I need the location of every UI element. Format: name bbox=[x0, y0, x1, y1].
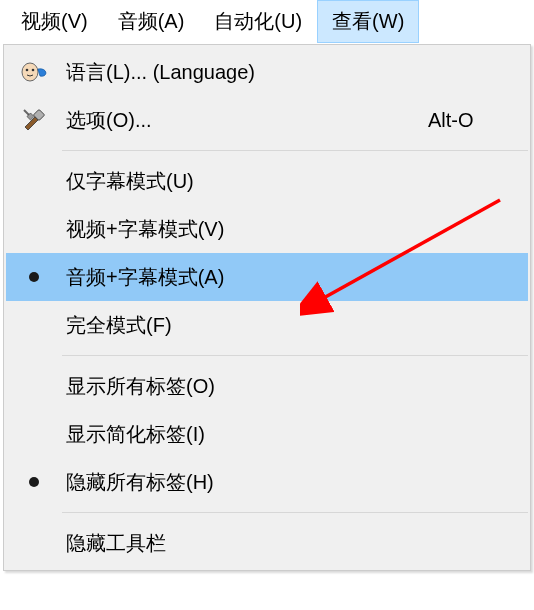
menubar-label: 音频(A) bbox=[118, 8, 185, 35]
radio-selected-icon bbox=[6, 272, 62, 282]
menu-label: 隐藏所有标签(H) bbox=[66, 469, 214, 496]
menu-label: 隐藏工具栏 bbox=[66, 530, 166, 557]
menu-shortcut: Alt-O bbox=[428, 109, 474, 131]
menubar-label: 视频(V) bbox=[21, 8, 88, 35]
menu-item-hide-all-tags[interactable]: 隐藏所有标签(H) bbox=[6, 458, 528, 506]
menu-separator bbox=[62, 150, 528, 151]
menu-label: 语言(L)... (Language) bbox=[66, 59, 255, 86]
menubar-item-view[interactable]: 查看(W) bbox=[317, 0, 419, 43]
menu-label: 选项(O)... bbox=[66, 107, 152, 134]
language-icon bbox=[6, 61, 62, 83]
menubar-item-video[interactable]: 视频(V) bbox=[6, 0, 103, 43]
menu-item-hide-toolbar[interactable]: 隐藏工具栏 bbox=[6, 519, 528, 567]
menu-label: 完全模式(F) bbox=[66, 312, 172, 339]
svg-point-0 bbox=[22, 63, 38, 81]
menubar-item-audio[interactable]: 音频(A) bbox=[103, 0, 200, 43]
menu-item-full-mode[interactable]: 完全模式(F) bbox=[6, 301, 528, 349]
menubar-label: 查看(W) bbox=[332, 8, 404, 35]
menu-label: 视频+字幕模式(V) bbox=[66, 216, 224, 243]
menu-item-language[interactable]: 语言(L)... (Language) bbox=[6, 48, 528, 96]
menu-label: 显示简化标签(I) bbox=[66, 421, 205, 448]
menu-item-subtitle-only-mode[interactable]: 仅字幕模式(U) bbox=[6, 157, 528, 205]
menu-separator bbox=[62, 355, 528, 356]
menu-item-show-all-tags[interactable]: 显示所有标签(O) bbox=[6, 362, 528, 410]
menu-item-video-subtitle-mode[interactable]: 视频+字幕模式(V) bbox=[6, 205, 528, 253]
options-icon bbox=[6, 107, 62, 133]
menubar-item-automation[interactable]: 自动化(U) bbox=[199, 0, 317, 43]
svg-point-2 bbox=[32, 69, 35, 72]
radio-selected-icon bbox=[6, 477, 62, 487]
menu-label: 仅字幕模式(U) bbox=[66, 168, 194, 195]
menubar: 视频(V) 音频(A) 自动化(U) 查看(W) bbox=[0, 0, 534, 44]
view-dropdown-menu: 语言(L)... (Language) 选项(O)... Alt-O 仅字幕模式… bbox=[3, 44, 531, 571]
svg-point-1 bbox=[26, 69, 29, 72]
menu-item-show-simple-tags[interactable]: 显示简化标签(I) bbox=[6, 410, 528, 458]
menubar-label: 自动化(U) bbox=[214, 8, 302, 35]
menu-item-audio-subtitle-mode[interactable]: 音频+字幕模式(A) bbox=[6, 253, 528, 301]
menu-label: 音频+字幕模式(A) bbox=[66, 264, 224, 291]
menu-separator bbox=[62, 512, 528, 513]
menu-item-options[interactable]: 选项(O)... Alt-O bbox=[6, 96, 528, 144]
menu-label: 显示所有标签(O) bbox=[66, 373, 215, 400]
